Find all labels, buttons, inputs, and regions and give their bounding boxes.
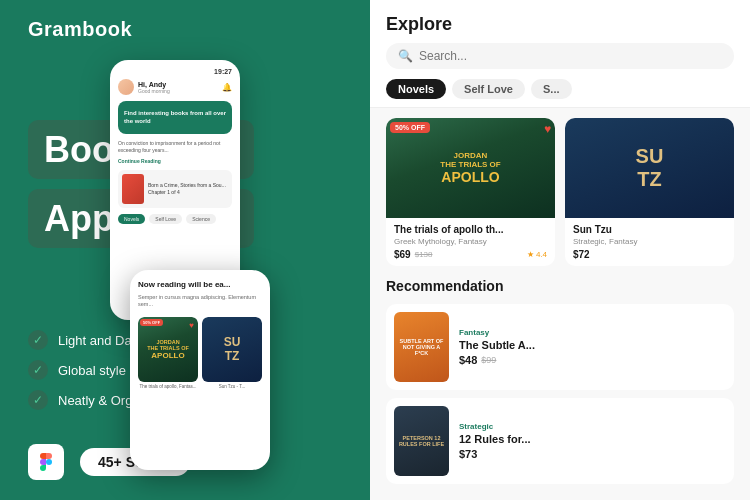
rec-info-1: Fantasy The Subtle A... $48 $99 [459,328,726,366]
tab-novels-right[interactable]: Novels [386,79,446,99]
search-input[interactable] [419,49,722,63]
suntzu-card-right[interactable]: SUTZ Sun Tzu Strategic, Fantasy $72 [565,118,734,266]
content-area: 50% OFF ♥ JORDANTHE TRIALS OFAPOLLO The … [370,108,750,488]
heart-icon-right: ♥ [544,122,551,136]
heart-icon: ♥ [189,321,194,330]
rec-item-1[interactable]: SUBTLE ART OF NOT GIVING A F*CK Fantasy … [386,304,734,390]
check-icon-2: ✓ [28,360,48,380]
check-icon-3: ✓ [28,390,48,410]
book-title: Born a Crime, Stories from a Sou... [148,182,226,189]
rec-info-2: Strategic 12 Rules for... $73 [459,422,726,460]
apollo-book-cover: 50% OFF JORDANTHE TRIALS OFAPOLLO ♥ [138,317,198,382]
apollo-price-old: $138 [415,250,433,259]
rec-price-old-1: $99 [481,355,496,365]
rec-price-new-2: $73 [459,448,477,460]
check-icon-1: ✓ [28,330,48,350]
apollo-title-right: The trials of apollo th... [394,224,547,235]
rec-category-1: Fantasy [459,328,726,337]
tab-novels[interactable]: Novels [118,214,145,224]
explore-title: Explore [386,14,734,35]
rules-cover: PETERSON 12 RULES FOR LIFE [394,406,449,476]
greeting-text: Hi, Andy [138,81,170,88]
apollo-price-row: $69 $138 ★ 4.4 [394,249,547,260]
tab-selflove-right[interactable]: Self Love [452,79,525,99]
right-panel: Explore 🔍 Novels Self Love S... 50% OFF … [370,0,750,500]
suntzu-info-right: Sun Tzu Strategic, Fantasy $72 [565,218,734,266]
left-panel: Grambook Book Store App UI Kits ✓ Light … [0,0,370,500]
suntzu-genre-right: Strategic, Fantasy [573,237,726,246]
discount-tag-right: 50% OFF [390,122,430,133]
rec-price-row-2: $73 [459,448,726,460]
phone-tabs: Novels Self Love Science [118,214,232,224]
rec-price-new-1: $48 [459,354,477,366]
app-logo: Grambook [28,18,132,41]
tab-more-right[interactable]: S... [531,79,572,99]
rec-title-1: The Subtle A... [459,339,726,351]
suntzu-cover-right: SUTZ [565,118,734,218]
book-chapter: Chapter 1 of 4 [148,189,226,196]
figma-icon [28,444,64,480]
reading-sub: Semper in cursus magna adipiscing. Eleme… [138,294,262,309]
rec-price-row-1: $48 $99 [459,354,726,366]
avatar-sm [118,79,134,95]
search-icon: 🔍 [398,49,413,63]
greeting-row: Hi, Andy Good morning 🔔 [118,79,232,95]
suntzu-label: Sun Tzu - T... [202,384,262,389]
tab-selflove[interactable]: Self Love [149,214,182,224]
rec-title-2: 12 Rules for... [459,433,726,445]
book-row: Born a Crime, Stories from a Sou... Chap… [118,170,232,208]
subtle-cover-text: SUBTLE ART OF NOT GIVING A F*CK [398,338,445,356]
phone-time: 19:27 [118,68,232,75]
books-row-bottom: 50% OFF JORDANTHE TRIALS OFAPOLLO ♥ The … [138,317,262,389]
discount-tag: 50% OFF [140,319,163,326]
phone-excerpt: On conviction to imprisonment for a peri… [118,140,232,154]
recommendation-title: Recommendation [386,278,734,294]
apollo-book-card: 50% OFF JORDANTHE TRIALS OFAPOLLO ♥ The … [138,317,198,389]
apollo-card-right[interactable]: 50% OFF ♥ JORDANTHE TRIALS OFAPOLLO The … [386,118,555,266]
phone-bottom-mockup: Now reading will be ea... Semper in curs… [130,270,270,470]
suntzu-book-cover: SUTZ [202,317,262,382]
explore-header: Explore 🔍 Novels Self Love S... [370,0,750,108]
search-bar[interactable]: 🔍 [386,43,734,69]
book-grid: 50% OFF ♥ JORDANTHE TRIALS OFAPOLLO The … [386,118,734,266]
bell-icon: 🔔 [222,83,232,92]
phone-banner: Find interesting books from all over the… [118,101,232,134]
apollo-price-new: $69 [394,249,411,260]
filter-tabs: Novels Self Love S... [386,79,734,99]
tab-science[interactable]: Science [186,214,216,224]
rec-category-2: Strategic [459,422,726,431]
apollo-cover-right: 50% OFF ♥ JORDANTHE TRIALS OFAPOLLO [386,118,555,218]
apollo-label: The trials of apollo, Fantas... [138,384,198,389]
reading-title: Now reading will be ea... [138,280,262,290]
book-thumb [122,174,144,204]
greeting-sub: Good morning [138,88,170,94]
suntzu-title-right: Sun Tzu [573,224,726,235]
rec-item-2[interactable]: PETERSON 12 RULES FOR LIFE Strategic 12 … [386,398,734,484]
rules-cover-text: PETERSON 12 RULES FOR LIFE [398,435,445,447]
suntzu-price-new: $72 [573,249,590,260]
apollo-info-right: The trials of apollo th... Greek Mytholo… [386,218,555,266]
continue-reading[interactable]: Continue Reading [118,158,232,164]
apollo-genre-right: Greek Mythology, Fantasy [394,237,547,246]
apollo-rating: ★ 4.4 [527,250,547,259]
subtle-cover: SUBTLE ART OF NOT GIVING A F*CK [394,312,449,382]
suntzu-price-row: $72 [573,249,726,260]
suntzu-book-card: SUTZ Sun Tzu - T... [202,317,262,389]
